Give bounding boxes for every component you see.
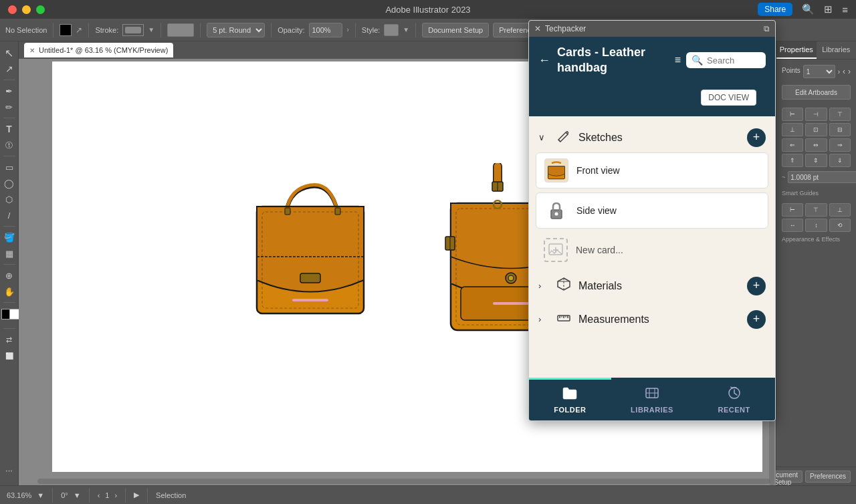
tp-new-card-item[interactable]: New card...	[536, 233, 768, 267]
more-tools-btn[interactable]: ···	[2, 463, 17, 477]
scroll-bar-bottom[interactable]	[37, 479, 770, 484]
paint-bucket-tool[interactable]: 🪣	[2, 230, 17, 245]
t4[interactable]: ↔	[782, 219, 803, 232]
close-button[interactable]	[8, 5, 17, 14]
page-next[interactable]: ›	[114, 491, 117, 499]
zoom-tool[interactable]: ⊕	[2, 268, 17, 283]
direct-select-tool[interactable]: ↗	[2, 61, 17, 76]
t5[interactable]: ↕	[805, 219, 827, 232]
tp-section-sketches-header[interactable]: ∨ Sketches +	[529, 123, 775, 152]
tp-back-button[interactable]: ←	[538, 53, 550, 68]
tp-tab-recent[interactable]: RECENT	[693, 378, 775, 420]
tab-properties[interactable]: Properties	[776, 41, 817, 59]
lt-separator-2	[3, 118, 15, 118]
lt-separator-6	[3, 302, 15, 303]
document-setup-button[interactable]: Document Setup	[422, 23, 489, 37]
tp-card-front-view[interactable]: Front view	[536, 152, 768, 188]
align-center-v[interactable]: ⊡	[805, 123, 827, 136]
tp-section-materials-header[interactable]: › Materials +	[529, 271, 775, 301]
points-chevron[interactable]: ›	[838, 68, 840, 76]
grid-icon[interactable]: ⊞	[824, 3, 833, 15]
lt-separator-1	[3, 80, 15, 80]
line-tool[interactable]: /	[2, 208, 17, 223]
fill-color-box[interactable]	[60, 24, 72, 36]
stroke-style-select[interactable]: 5 pt. Round	[207, 23, 265, 37]
share-button[interactable]: Share	[758, 3, 792, 16]
stroke-selector[interactable]	[122, 24, 144, 36]
menu-icon[interactable]: ≡	[842, 4, 848, 15]
recent-label: RECENT	[718, 406, 750, 414]
tp-doc-view-button[interactable]: DOC VIEW	[701, 90, 756, 106]
stroke-weight-box[interactable]	[167, 23, 194, 37]
sketches-add-button[interactable]: +	[747, 128, 766, 147]
pen-tool[interactable]: ✒	[2, 84, 17, 98]
tp-collapse-button[interactable]: ⧉	[764, 24, 770, 33]
tp-section-measurements: › Measurements +	[529, 305, 775, 334]
minimize-button[interactable]	[22, 5, 31, 14]
style-box[interactable]	[384, 24, 399, 36]
align-center-h[interactable]: ⊣	[805, 108, 827, 121]
page-prev[interactable]: ‹	[98, 491, 100, 499]
style-label: Style:	[362, 26, 381, 34]
document-tab[interactable]: ✕ Untitled-1* @ 63.16 % (CMYK/Preview)	[24, 43, 173, 57]
more-tools: ···	[2, 463, 17, 481]
tp-sort-button[interactable]: ≡	[675, 54, 681, 66]
t2[interactable]: ⊤	[805, 203, 827, 217]
lt-separator-5	[3, 264, 15, 265]
t6[interactable]: ⟲	[829, 219, 851, 232]
tp-tab-libraries[interactable]: LIBRARIES	[611, 378, 693, 420]
tp-card-side-view[interactable]: Side view	[536, 193, 768, 229]
dist-h1[interactable]: ⇐	[782, 138, 803, 152]
align-right[interactable]: ⊤	[829, 108, 851, 121]
measurements-chevron-icon: ›	[538, 314, 549, 324]
titlebar: Adobe Illustrator 2023 Share 🔍 ⊞ ≡	[0, 0, 856, 19]
tp-close-button[interactable]: ✕	[534, 24, 541, 33]
opacity-input[interactable]	[309, 23, 342, 37]
style-chevron-icon: ▼	[403, 26, 409, 33]
svg-point-17	[508, 275, 514, 281]
t1[interactable]: ⊢	[782, 203, 803, 217]
toolbar-divider-3	[160, 23, 161, 37]
dist-v3[interactable]: ⇓	[829, 154, 851, 167]
points-prev[interactable]: ‹	[843, 67, 845, 76]
touch-type-tool[interactable]: ⓣ	[2, 138, 17, 152]
page-number: 1	[105, 491, 109, 499]
screen-mode-btn[interactable]: ⬜	[2, 348, 17, 363]
dist-v1[interactable]: ⇑	[782, 154, 803, 167]
brush-tool[interactable]: ✏	[2, 100, 17, 114]
points-next[interactable]: ›	[848, 67, 851, 76]
tp-tab-folder[interactable]: FOLDER	[529, 378, 611, 420]
align-bottom[interactable]: ⊟	[829, 123, 851, 136]
tp-search-input[interactable]	[707, 55, 760, 66]
type-tool[interactable]: T	[2, 122, 17, 136]
tab-libraries[interactable]: Libraries	[817, 41, 857, 59]
play-btn[interactable]: ▶	[134, 491, 139, 499]
dist-h3[interactable]: ⇒	[829, 138, 851, 152]
shape-tool[interactable]: ▭	[2, 160, 17, 174]
measurements-title: Measurements	[578, 313, 740, 326]
swap-colors-btn[interactable]: ⇄	[2, 332, 17, 347]
materials-add-button[interactable]: +	[747, 277, 766, 295]
gradient-tool[interactable]: ▦	[2, 246, 17, 261]
points-select[interactable]: 1	[803, 65, 835, 78]
increment-input[interactable]	[788, 171, 856, 183]
measurements-add-button[interactable]: +	[747, 310, 766, 329]
maximize-button[interactable]	[36, 5, 45, 14]
search-icon[interactable]: 🔍	[802, 3, 815, 15]
dist-v2[interactable]: ⇕	[805, 154, 827, 167]
align-top[interactable]: ⊥	[782, 123, 803, 136]
dist-h2[interactable]: ⇔	[805, 138, 827, 152]
star-tool[interactable]: ⬡	[2, 192, 17, 207]
preferences-bottom-button[interactable]: Preferences	[805, 471, 851, 483]
select-tool[interactable]: ↖	[2, 45, 17, 60]
tp-section-measurements-header[interactable]: › Measurements +	[529, 305, 775, 334]
hand-tool[interactable]: ✋	[2, 284, 17, 299]
sketches-title: Sketches	[578, 132, 740, 144]
tp-footer: FOLDER LIBRARIES	[529, 378, 775, 420]
ellipse-tool[interactable]: ◯	[2, 176, 17, 191]
tab-close-icon[interactable]: ✕	[29, 47, 35, 54]
t3[interactable]: ⊥	[829, 203, 851, 217]
bottom-toolbar: Document Setup Preferences	[776, 467, 856, 485]
align-left[interactable]: ⊢	[782, 108, 803, 121]
edit-artboards-button[interactable]: Edit Artboards	[782, 85, 851, 100]
